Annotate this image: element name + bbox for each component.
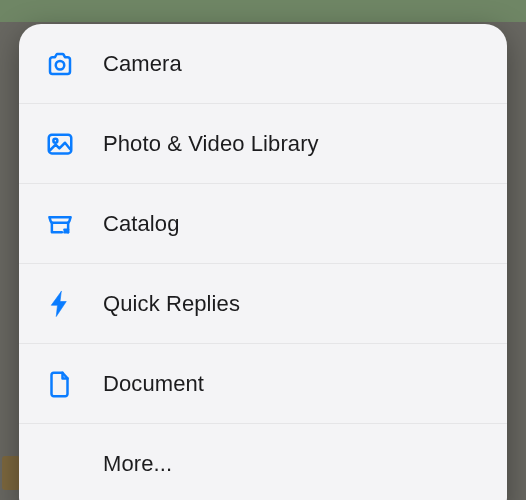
menu-item-label: Photo & Video Library	[103, 131, 319, 157]
photo-icon	[45, 129, 103, 159]
menu-item-label: Catalog	[103, 211, 180, 237]
menu-item-photo-video-library[interactable]: Photo & Video Library	[19, 103, 507, 183]
document-icon	[45, 369, 103, 399]
attachment-action-sheet: Camera Photo & Video Library Catalog	[19, 24, 507, 500]
menu-item-more[interactable]: More...	[19, 423, 507, 500]
menu-item-label: More...	[103, 451, 172, 477]
catalog-icon	[45, 209, 103, 239]
menu-item-quick-replies[interactable]: Quick Replies	[19, 263, 507, 343]
svg-point-0	[56, 61, 65, 70]
menu-item-document[interactable]: Document	[19, 343, 507, 423]
menu-item-label: Camera	[103, 51, 182, 77]
menu-item-camera[interactable]: Camera	[19, 24, 507, 103]
svg-rect-1	[49, 134, 72, 153]
lightning-icon	[45, 289, 103, 319]
svg-point-2	[53, 138, 57, 142]
camera-icon	[45, 49, 103, 79]
menu-item-catalog[interactable]: Catalog	[19, 183, 507, 263]
attachment-menu: Camera Photo & Video Library Catalog	[19, 24, 507, 500]
more-icon	[45, 449, 103, 479]
menu-item-label: Document	[103, 371, 204, 397]
menu-item-label: Quick Replies	[103, 291, 240, 317]
